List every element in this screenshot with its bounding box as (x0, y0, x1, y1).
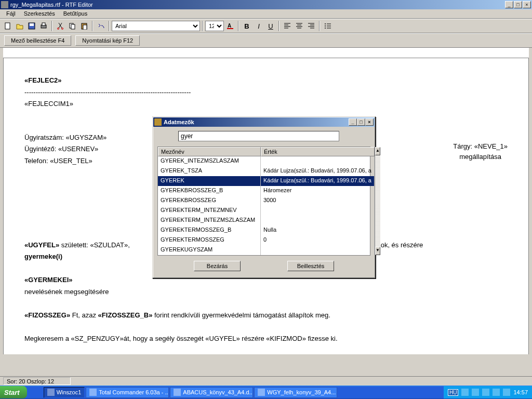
cell-name: GYEREK (158, 176, 261, 186)
size-select[interactable]: 12 (205, 21, 224, 31)
minimize-button[interactable]: _ (505, 1, 513, 8)
align-right-icon[interactable] (305, 20, 317, 32)
doc-p2: «FIZOSSZEG» Ft, azaz «FIZOSSZEG_B» forin… (24, 310, 508, 321)
new-icon[interactable] (2, 20, 14, 32)
dialog-minimize-button[interactable]: _ (349, 118, 357, 126)
task-label: Total Commander 6.03a - ... (99, 389, 169, 395)
paste-icon[interactable] (78, 20, 90, 32)
doc-targy: Tárgy: «NEVE_1» (453, 142, 508, 150)
table-row[interactable]: GYEREKTERM_INTEZMNEV (158, 206, 375, 216)
table-row[interactable]: GYEREKTERMOSSZEG0 (158, 235, 375, 245)
titlebar: rgy_Megallapitas.rtf - RTF Editor _ □ × (0, 0, 532, 9)
ruler[interactable] (3, 48, 529, 58)
underline-button[interactable]: U (265, 20, 276, 32)
cell-name: GYEREKBROSSZEG_B (158, 186, 261, 196)
table-row[interactable]: GYEREKTERM_INTEZMSZLASZAM (158, 216, 375, 225)
cut-icon[interactable] (55, 20, 66, 32)
window-title: rgy_Megallapitas.rtf - RTF Editor (10, 2, 505, 8)
dialog-icon (154, 118, 162, 126)
table-row[interactable]: GYEREK_INTEZMSZLASZAM (158, 156, 375, 166)
lang-indicator[interactable]: HU (448, 389, 458, 396)
open-icon[interactable] (14, 20, 25, 32)
tray-icon[interactable] (482, 389, 489, 396)
tray-icon[interactable] (493, 389, 500, 396)
doc-p3: Megkeresem a «SZ_PENZUGY»át, hogy a segé… (24, 334, 508, 344)
svg-rect-10 (83, 25, 87, 30)
tray-icon[interactable] (461, 389, 469, 396)
col-header-name[interactable]: Mezőnév (158, 147, 261, 156)
svg-rect-0 (5, 23, 10, 29)
svg-rect-8 (71, 24, 75, 29)
cell-name: GYEREK_TSZA (158, 166, 261, 176)
doc-megall: megállapítása (459, 153, 501, 161)
svg-point-14 (325, 25, 326, 26)
clock[interactable]: 14:57 (513, 389, 528, 395)
taskbar-item[interactable]: ABACUS_könyv_43_A4.d... (170, 387, 253, 398)
save-icon[interactable] (26, 20, 37, 32)
cell-name: GYEREKTERM_INTEZMNEV (158, 206, 261, 216)
table-row[interactable]: GYEREKUGYSZAM (158, 245, 375, 255)
dialog-maximize-button[interactable]: □ (357, 118, 365, 126)
italic-button[interactable]: I (253, 20, 264, 32)
svg-point-5 (58, 28, 59, 30)
scroll-up-icon[interactable]: ▲ (375, 147, 380, 155)
task-label: WGY_felh_konyv_39_A4... (267, 389, 336, 395)
print-icon[interactable] (38, 20, 49, 32)
color-icon[interactable]: A (224, 20, 236, 32)
grid-scrollbar[interactable]: ▲ ▼ (375, 147, 380, 255)
dialog-adatmezok: Adatmezők _ □ × Mezőnév Érték GYEREK_INT… (152, 116, 376, 278)
statusbar: Sor: 20 Oszlop: 12 (0, 376, 532, 385)
tray-icon[interactable] (472, 389, 479, 396)
menu-font[interactable]: Betűtípus (59, 9, 91, 18)
close-dialog-button[interactable]: Bezárás (194, 261, 241, 271)
close-button[interactable]: × (523, 1, 531, 8)
align-center-icon[interactable] (294, 20, 305, 32)
task-label: Winszoc1 (57, 389, 82, 395)
dialog-titlebar[interactable]: Adatmezők _ □ × (153, 117, 375, 127)
cell-value: Háromezer (261, 186, 375, 196)
table-row[interactable]: GYEREKBROSSZEG_BHáromezer (158, 186, 375, 196)
dialog-close-button[interactable]: × (365, 118, 374, 126)
bold-button[interactable]: B (241, 20, 252, 32)
cell-name: GYEREKUGYSZAM (158, 245, 261, 255)
app-icon (1, 1, 8, 8)
maximize-button[interactable]: □ (514, 1, 522, 8)
field-grid: Mezőnév Érték GYEREK_INTEZMSZLASZAMGYERE… (157, 147, 370, 256)
insert-dialog-button[interactable]: Beillesztés (287, 261, 334, 271)
start-button[interactable]: Start (0, 386, 27, 398)
doc-targy-block: Tárgy: «NEVE_1» megállapítása (453, 141, 508, 162)
menu-file[interactable]: Fájl (2, 9, 20, 18)
undo-icon[interactable] (95, 20, 107, 32)
task-icon (258, 389, 265, 396)
svg-rect-4 (42, 23, 45, 25)
copy-icon[interactable] (66, 20, 78, 32)
task-icon (47, 389, 55, 396)
tray-icon[interactable] (503, 389, 510, 396)
table-row[interactable]: GYEREK_TSZAKádár Lujza(szül.: Budavári, … (158, 166, 375, 176)
insert-field-button[interactable]: Mező beillesztése F4 (4, 35, 71, 46)
menu-edit[interactable]: Szerkesztés (20, 9, 59, 18)
doc-nevel: nevelésének megsegítésére (24, 287, 508, 297)
search-input[interactable] (178, 131, 339, 141)
cell-value: 3000 (261, 196, 375, 206)
align-left-icon[interactable] (282, 20, 293, 32)
col-header-value[interactable]: Érték (261, 147, 375, 156)
cell-value: 0 (261, 235, 375, 245)
table-row[interactable]: GYEREKTERMOSSZEG_BNulla (158, 225, 375, 235)
taskbar-item[interactable]: Winszoc1 (44, 387, 85, 398)
bullets-icon[interactable] (322, 20, 334, 32)
taskbar-item[interactable]: Total Commander 6.03a - ... (86, 387, 169, 398)
print-preview-button[interactable]: Nyomtatási kép F12 (75, 35, 140, 46)
svg-point-13 (325, 23, 326, 24)
scroll-down-icon[interactable]: ▼ (375, 247, 380, 255)
doc-separator: ----------------------------------------… (24, 87, 508, 98)
cell-name: GYEREKTERMOSSZEG_B (158, 225, 261, 235)
font-select[interactable]: Arial (112, 21, 200, 31)
cell-name: GYEREK_INTEZMSZLASZAM (158, 156, 261, 166)
toolbar: Arial 12 A B I U (0, 19, 532, 33)
table-row[interactable]: GYEREKBROSSZEG3000 (158, 196, 375, 206)
table-row[interactable]: GYEREKKádár Lujza(szül.: Budavári, 1999.… (158, 176, 375, 186)
svg-text:A: A (228, 23, 231, 29)
taskbar-item[interactable]: WGY_felh_konyv_39_A4... (254, 387, 337, 398)
menubar: Fájl Szerkesztés Betűtípus (0, 9, 532, 19)
